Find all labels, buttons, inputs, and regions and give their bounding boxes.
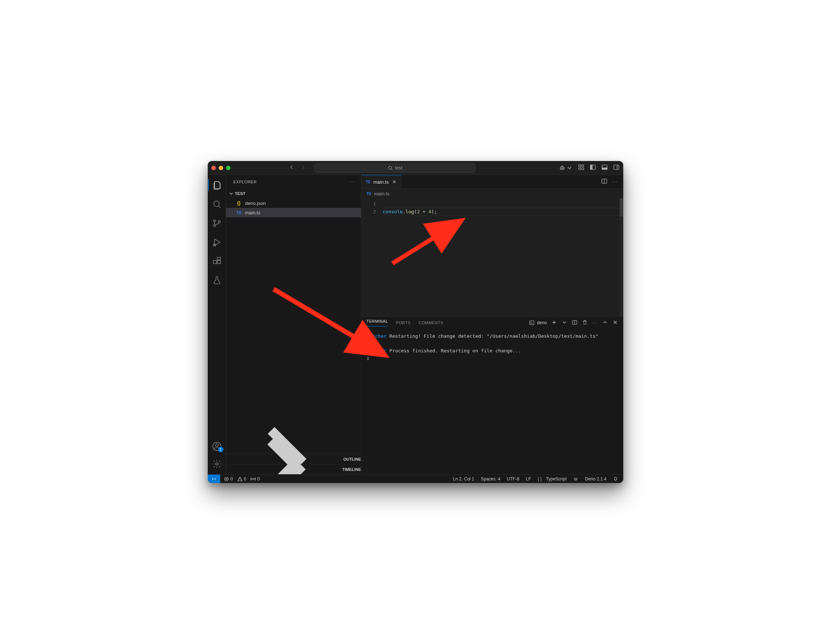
editor-more-button[interactable]: ··· [612, 179, 618, 185]
panel-left-icon [590, 164, 596, 171]
svg-rect-12 [614, 165, 619, 169]
json-file-icon: {} [236, 201, 242, 206]
svg-point-3 [562, 167, 563, 168]
split-terminal-button[interactable] [572, 319, 578, 326]
split-editor-button[interactable] [601, 178, 608, 185]
terminal-dropdown[interactable] [562, 319, 567, 326]
remote-icon [212, 477, 217, 481]
search-text: test [395, 165, 403, 171]
panel-tab-comments[interactable]: COMMENTS [419, 320, 443, 325]
svg-rect-5 [582, 165, 584, 166]
radio-icon [250, 477, 256, 481]
minimap[interactable] [619, 198, 623, 316]
copilot-button[interactable] [559, 165, 573, 171]
status-errors[interactable]: 0 [224, 477, 233, 481]
token-func: log [406, 209, 414, 214]
panel-tab-ports[interactable]: PORTS [396, 320, 411, 325]
svg-point-16 [213, 225, 215, 226]
new-terminal-button[interactable] [551, 319, 557, 326]
status-deno[interactable]: Deno 2.1.4 [585, 477, 607, 481]
ts-file-icon: TS [366, 192, 371, 196]
file-row[interactable]: TS main.ts [226, 208, 361, 217]
code-editor[interactable]: 1 2 console.log(2 + 4); [361, 198, 623, 316]
maximize-window-button[interactable] [226, 166, 231, 170]
terminal-name-label: deno [537, 320, 547, 325]
sidebar-header: EXPLORER ··· [226, 175, 361, 189]
svg-point-34 [576, 478, 576, 479]
status-copilot[interactable] [573, 477, 578, 481]
status-spaces[interactable]: Spaces: 4 [481, 477, 500, 481]
activity-testing[interactable] [208, 273, 226, 288]
activity-source-control[interactable] [208, 216, 226, 231]
token-punct: ; [434, 209, 437, 214]
kill-terminal-button[interactable] [582, 319, 588, 326]
svg-point-2 [561, 167, 562, 168]
close-tab-icon[interactable] [392, 179, 397, 185]
svg-point-31 [253, 478, 253, 479]
remote-button[interactable] [208, 475, 220, 483]
trash-icon [582, 319, 588, 325]
term-text: Restarting! File change detected: "/User… [387, 333, 599, 339]
timeline-label: TIMELINE [342, 467, 361, 472]
status-encoding[interactable]: UTF-8 [507, 477, 519, 481]
vscode-window: test 1 [208, 161, 623, 483]
activity-settings[interactable] [208, 457, 226, 471]
language-label: TypeScript [546, 477, 567, 481]
breadcrumb[interactable]: TS main.ts [361, 189, 623, 198]
grid-icon [578, 164, 584, 171]
terminal-name[interactable]: deno [529, 320, 547, 326]
svg-point-0 [388, 166, 392, 169]
close-panel-button[interactable] [612, 319, 618, 326]
svg-point-33 [575, 478, 575, 479]
activity-search[interactable] [208, 197, 226, 212]
activity-run-debug[interactable] [208, 235, 226, 250]
title-bar: test [208, 161, 623, 175]
status-lncol[interactable]: Ln 2, Col 1 [453, 477, 474, 481]
activity-accounts[interactable]: 1 [208, 439, 226, 454]
nav-back-button[interactable] [288, 164, 295, 172]
timeline-section[interactable]: TIMELINE [226, 464, 361, 474]
activity-explorer[interactable] [208, 178, 226, 193]
ts-file-icon: TS [366, 180, 371, 184]
toggle-panel-left-button[interactable] [590, 164, 596, 172]
copilot-icon [573, 477, 578, 481]
status-ports[interactable]: 0 [250, 477, 259, 481]
code-content[interactable]: console.log(2 + 4); [382, 198, 623, 316]
nav-forward-button[interactable] [300, 164, 307, 172]
search-icon [212, 199, 222, 209]
chevron-down-icon [228, 191, 234, 196]
panel-more-button[interactable]: ··· [592, 320, 598, 325]
terminal-output[interactable]: Watcher Restarting! File change detected… [361, 329, 623, 474]
minimize-window-button[interactable] [219, 166, 223, 170]
svg-rect-4 [579, 165, 581, 166]
activity-extensions[interactable] [208, 254, 226, 269]
maximize-panel-button[interactable] [602, 319, 608, 326]
toggle-panel-bottom-button[interactable] [601, 164, 608, 172]
status-language[interactable]: { } TypeScript [538, 477, 567, 481]
sidebar-more-button[interactable]: ··· [350, 180, 355, 184]
file-row[interactable]: {} deno.json [226, 198, 361, 208]
term-text: Process finished. Restarting on file cha… [387, 348, 521, 354]
search-icon [388, 166, 393, 171]
chevron-right-icon [228, 413, 342, 483]
editor-tab[interactable]: TS main.ts [361, 175, 401, 188]
toggle-panel-right-button[interactable] [613, 164, 619, 172]
panel-tab-terminal[interactable]: TERMINAL [366, 319, 388, 327]
customize-layout-button[interactable] [578, 164, 584, 172]
close-window-button[interactable] [212, 166, 216, 170]
plus-icon [551, 319, 557, 325]
bell-icon [613, 477, 618, 481]
svg-rect-1 [560, 167, 564, 170]
nav-arrows [288, 164, 307, 172]
status-notifications[interactable] [613, 477, 618, 481]
tab-bar: TS main.ts ··· [361, 175, 623, 189]
accounts-badge: 1 [218, 447, 223, 452]
status-warnings[interactable]: 0 [237, 477, 247, 481]
line-number: 1 [361, 200, 376, 208]
status-eol[interactable]: LF [526, 477, 531, 481]
command-center-search[interactable]: test [315, 163, 476, 173]
explorer-sidebar: EXPLORER ··· TEST {} deno.json TS main.t… [226, 175, 361, 474]
folder-header[interactable]: TEST [226, 189, 361, 198]
svg-rect-11 [602, 168, 607, 170]
svg-rect-9 [590, 165, 592, 169]
